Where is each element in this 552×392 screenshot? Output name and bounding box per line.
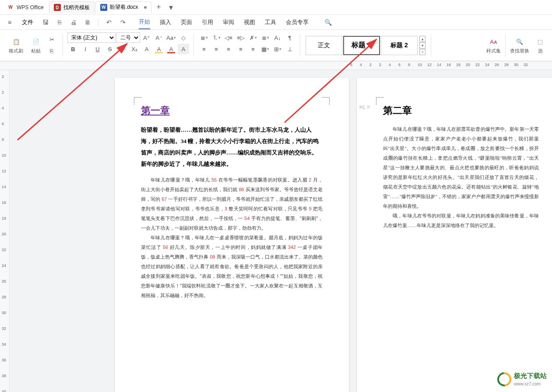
- style-up-icon[interactable]: ▴: [419, 36, 425, 42]
- export-icon[interactable]: ⎘: [54, 17, 65, 28]
- font-size-select[interactable]: 二号: [116, 32, 140, 43]
- underline-button[interactable]: U: [92, 44, 103, 54]
- paragraph-group: ≣▾ ⒈▾ ◁≡ ≡▷ ✗▾ ≣▾ A↓ ¶ ≡ ≡ ≡ ≡ ≡ ▦▾ ⊞▾ ⊥: [197, 32, 297, 59]
- numbering-icon[interactable]: ⒈▾: [211, 32, 222, 43]
- page2-para2[interactable]: 哦，年味儿在爷爷的对联里，年味儿在妈妈准备的美味佳肴里，年味儿在爆竹里……年味儿…: [383, 211, 539, 230]
- preview-icon[interactable]: 🗎: [82, 17, 93, 28]
- align-distribute-icon[interactable]: ≡: [247, 44, 259, 54]
- redo-icon[interactable]: ↷: [118, 17, 128, 28]
- styles-button[interactable]: Aᴀ 样式集: [484, 32, 503, 59]
- italic-button[interactable]: I: [80, 44, 91, 54]
- menu-insert[interactable]: 插入: [160, 16, 171, 29]
- page1-intro[interactable]: 盼望着，盼望着……翘首以盼的新年近了。街市上车水马龙，人山人海，好不热闹。34 …: [141, 124, 323, 170]
- heading-indicator[interactable]: H1 ⠿: [359, 105, 370, 110]
- superscript-button[interactable]: X²: [116, 44, 128, 54]
- format-painter-icon: 📋: [11, 36, 22, 47]
- style-heading2[interactable]: 标题 2: [381, 36, 418, 55]
- align-center-icon[interactable]: ≡: [211, 44, 222, 54]
- drag-handle-icon[interactable]: ⠿: [367, 105, 370, 110]
- shading-icon[interactable]: ▦▾: [260, 44, 271, 54]
- style-down-icon[interactable]: ▾: [419, 42, 425, 49]
- daokeicon: D: [54, 4, 61, 11]
- bold-button[interactable]: B: [67, 44, 79, 54]
- cut-icon[interactable]: ✂: [46, 35, 57, 45]
- paste-button[interactable]: 📄 粘贴: [28, 36, 44, 54]
- print-icon[interactable]: 🖨: [68, 17, 79, 28]
- clear-format-icon[interactable]: ◇: [178, 32, 189, 43]
- title-bar: W WPS Office D 找稻壳模板 W 盼望着.docx + ▾: [0, 0, 552, 15]
- subscript-button[interactable]: X₂: [129, 44, 140, 54]
- line-spacing-icon[interactable]: ≣▾: [260, 32, 271, 43]
- style-heading1[interactable]: 标题 1: [343, 36, 380, 55]
- search-icon[interactable]: 🔍: [323, 17, 333, 28]
- change-case-icon[interactable]: Aa▾: [165, 32, 177, 43]
- indent-dec-icon[interactable]: ◁≡: [223, 32, 234, 43]
- text-direction-icon[interactable]: ✗▾: [247, 32, 259, 43]
- menu-member[interactable]: 会员专享: [286, 16, 309, 29]
- tab-stops-icon[interactable]: ⊥: [284, 44, 295, 54]
- highlight-button[interactable]: A: [153, 44, 165, 54]
- clipboard-group: 📋 格式刷 📄 粘贴 ✂ ⎘: [4, 32, 60, 59]
- style-more-icon[interactable]: ▿: [419, 49, 425, 55]
- format-painter-button[interactable]: 📋 格式刷: [6, 36, 26, 54]
- file-menu[interactable]: 文件: [18, 17, 37, 28]
- document-tab[interactable]: W 盼望着.docx: [95, 1, 152, 14]
- decrease-font-icon[interactable]: A⁻: [153, 32, 165, 43]
- horizontal-ruler[interactable]: 6422468101214161820222426283032: [0, 61, 552, 70]
- tab-menu-button[interactable]: ▾: [165, 1, 177, 14]
- paste-icon: 📄: [30, 36, 42, 47]
- char-shading-button[interactable]: A: [178, 44, 189, 54]
- menu-bar: ≡ 文件 🖫 ⎘ 🖨 🗎 ↶ ↷ 开始 插入 页面 引用 审阅 视图 工具 会员…: [0, 15, 552, 30]
- style-body[interactable]: 正文: [306, 36, 342, 55]
- wps-logo-icon: W: [7, 4, 14, 11]
- show-marks-icon[interactable]: ¶: [284, 32, 295, 43]
- increase-font-icon[interactable]: A⁺: [141, 32, 152, 43]
- word-icon: W: [100, 4, 107, 11]
- page1-para2[interactable]: 年味儿在哪里？哦，年味儿 55 在爷爷一幅幅笔墨飘香的对联里。进入腊 2 月，街…: [141, 175, 323, 233]
- page1-para3[interactable]: 年味儿在哪里？哦，年味儿在一桌桌香喷喷的菜肴里。腊月底，妈妈为过年的饭菜忙活了 …: [141, 233, 323, 300]
- align-left-icon[interactable]: ≡: [198, 44, 210, 54]
- chapter2-heading[interactable]: 第二章: [383, 104, 539, 117]
- menu-tools[interactable]: 工具: [265, 16, 276, 29]
- menu-start[interactable]: 开始: [139, 15, 150, 29]
- strike-button[interactable]: S: [104, 44, 116, 54]
- page-area[interactable]: 第一章 盼望着，盼望着……翘首以盼的新年近了。街市上车水马龙，人山人海，好不热闹…: [10, 70, 552, 392]
- align-justify-icon[interactable]: ≡: [235, 44, 246, 54]
- workspace: 2246810121416182022242628303234363840 第一…: [0, 70, 552, 392]
- font-color-button[interactable]: A: [165, 44, 177, 54]
- page-2: H1 ⠿ 第二章 年味儿在哪里？哦，年味儿在那震耳欲聋的爆竹声中。新年第一天零点…: [357, 78, 552, 392]
- sort-icon[interactable]: A↓: [272, 32, 283, 43]
- font-name-select[interactable]: 宋体 (正文): [67, 32, 116, 43]
- select-button[interactable]: ⬚ 选: [532, 32, 548, 59]
- separator: [98, 18, 98, 26]
- margin-corner-icon: [134, 97, 142, 105]
- save-icon[interactable]: 🖫: [40, 17, 51, 28]
- style-scroll: ▴ ▾ ▿: [419, 36, 425, 55]
- separator: [63, 34, 63, 56]
- align-right-icon[interactable]: ≡: [223, 44, 234, 54]
- styles-group: 正文 标题 1 标题 2 ▴ ▾ ▿: [303, 32, 428, 59]
- find-replace-button[interactable]: 🔍 查找替换: [507, 32, 532, 59]
- menu-review[interactable]: 审阅: [223, 16, 234, 29]
- app-tab[interactable]: W WPS Office: [3, 1, 48, 14]
- add-tab-button[interactable]: +: [152, 1, 165, 14]
- ribbon-toolbar: 📋 格式刷 📄 粘贴 ✂ ⎘ 宋体 (正文) 二号 A⁺ A⁻ Aa▾ ◇ B …: [0, 30, 552, 61]
- menu-reference[interactable]: 引用: [202, 16, 213, 29]
- copy-icon[interactable]: ⎘: [46, 46, 57, 56]
- undo-icon[interactable]: ↶: [104, 17, 114, 28]
- bullets-icon[interactable]: ≣▾: [198, 32, 210, 43]
- text-effect-button[interactable]: A: [141, 44, 152, 54]
- indent-inc-icon[interactable]: ≡▷: [235, 32, 246, 43]
- vertical-ruler[interactable]: 2246810121416182022242628303234363840: [0, 70, 10, 392]
- menu-page[interactable]: 页面: [181, 16, 192, 29]
- borders-icon[interactable]: ⊞▾: [272, 44, 283, 54]
- template-tab-label: 找稻壳模板: [63, 4, 90, 11]
- page2-para1[interactable]: 年味儿在哪里？哦，年味儿在那震耳欲聋的爆竹声中。新年第一天零点开始们便没了睡意，…: [383, 124, 539, 211]
- watermark-url: www.xz7.com: [514, 382, 541, 386]
- template-tab[interactable]: D 找稻壳模板: [49, 1, 95, 14]
- menu-icon[interactable]: ≡: [4, 17, 15, 28]
- styles-icon: Aᴀ: [488, 36, 499, 47]
- menu-view[interactable]: 视图: [244, 16, 255, 29]
- margin-corner-icon: [322, 97, 330, 105]
- chapter1-heading[interactable]: 第一章: [141, 104, 323, 117]
